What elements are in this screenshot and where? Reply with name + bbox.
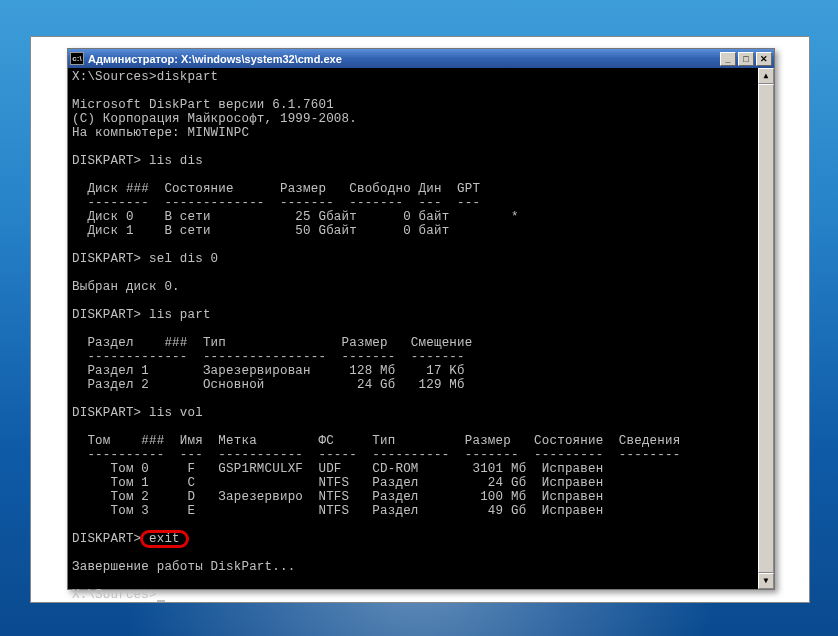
- scroll-thumb[interactable]: [758, 84, 774, 573]
- console-line: На компьютере: MINWINPC: [72, 126, 249, 140]
- window-controls: _ □ ✕: [720, 52, 772, 66]
- console-line: Диск 1 В сети 50 Gбайт 0 байт: [72, 224, 449, 238]
- console-line: ------------- ---------------- ------- -…: [72, 350, 465, 364]
- console-line: DISKPART> lis part: [72, 308, 211, 322]
- console-line: Завершение работы DiskPart...: [72, 560, 295, 574]
- console-line: X:\Sources>: [72, 588, 157, 602]
- console-line: Раздел 1 Зарезервирован 128 Mб 17 Kб: [72, 364, 465, 378]
- maximize-button[interactable]: □: [738, 52, 754, 66]
- console-output[interactable]: X:\Sources>diskpart Microsoft DiskPart в…: [68, 68, 774, 604]
- console-line: Выбран диск 0.: [72, 280, 180, 294]
- cmd-window: c:\ Администратор: X:\windows\system32\c…: [67, 48, 775, 590]
- console-line: X:\Sources>diskpart: [72, 70, 218, 84]
- titlebar[interactable]: c:\ Администратор: X:\windows\system32\c…: [68, 49, 774, 68]
- close-button[interactable]: ✕: [756, 52, 772, 66]
- minimize-button[interactable]: _: [720, 52, 736, 66]
- console-line: DISKPART> exit: [72, 532, 180, 546]
- console-line: DISKPART> lis vol: [72, 406, 203, 420]
- console-line: ---------- --- ----------- ----- -------…: [72, 448, 680, 462]
- console-line: Том 1 C NTFS Раздел 24 Gб Исправен: [72, 476, 603, 490]
- window-title: Администратор: X:\windows\system32\cmd.e…: [88, 53, 720, 65]
- console-line: -------- ------------- ------- ------- -…: [72, 196, 480, 210]
- console-line: Microsoft DiskPart версии 6.1.7601: [72, 98, 334, 112]
- cmd-icon: c:\: [70, 52, 84, 65]
- cursor: [157, 600, 165, 602]
- console-line: Раздел 2 Основной 24 Gб 129 Mб: [72, 378, 465, 392]
- console-line: DISKPART> sel dis 0: [72, 252, 218, 266]
- console-line: Диск ### Состояние Размер Свободно Дин G…: [72, 182, 480, 196]
- console-line: DISKPART> lis dis: [72, 154, 203, 168]
- scroll-down-button[interactable]: ▼: [758, 573, 774, 589]
- console-line: Том ### Имя Метка ФС Тип Размер Состояни…: [72, 434, 680, 448]
- console-line: Диск 0 В сети 25 Gбайт 0 байт *: [72, 210, 519, 224]
- console-line: Том 0 F GSP1RMCULXF UDF CD-ROM 3101 Mб И…: [72, 462, 603, 476]
- scrollbar[interactable]: ▲ ▼: [758, 68, 774, 589]
- console-line: Раздел ### Тип Размер Смещение: [72, 336, 472, 350]
- console-line: (C) Корпорация Майкрософт, 1999-2008.: [72, 112, 357, 126]
- console-line: Том 3 E NTFS Раздел 49 Gб Исправен: [72, 504, 603, 518]
- scroll-up-button[interactable]: ▲: [758, 68, 774, 84]
- console-line: Том 2 D Зарезервиро NTFS Раздел 100 Mб И…: [72, 490, 603, 504]
